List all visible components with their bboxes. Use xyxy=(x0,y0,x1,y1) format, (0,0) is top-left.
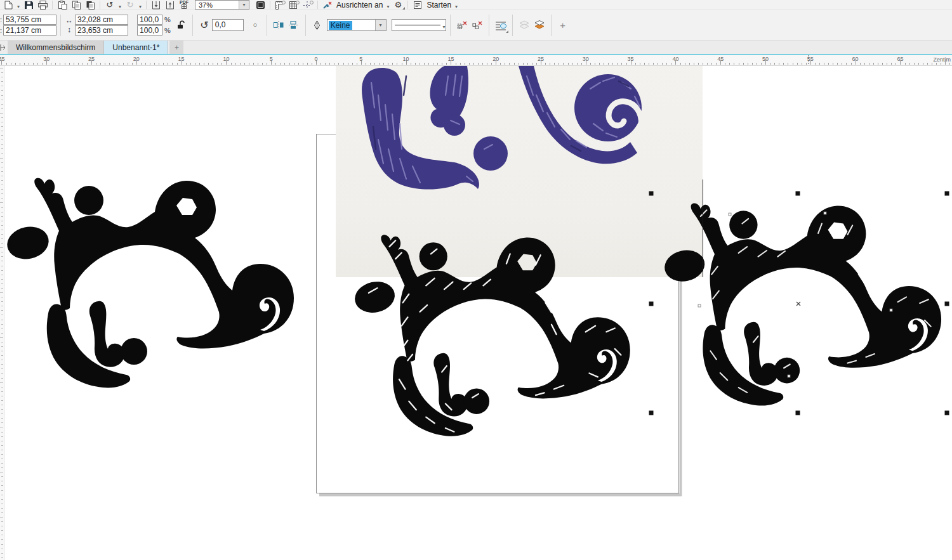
add-preset-button[interactable]: + xyxy=(555,18,571,33)
layers-back-button[interactable] xyxy=(517,18,532,33)
ruler-minor-tick xyxy=(132,63,133,65)
save-button[interactable] xyxy=(22,0,36,10)
redo-button[interactable]: ↻ xyxy=(123,0,137,10)
rotation-center-button[interactable]: ○ xyxy=(248,18,263,33)
vertical-ruler-sliver[interactable] xyxy=(0,66,4,560)
rotation-angle-field[interactable]: 0,0 xyxy=(212,19,244,31)
application-window: ▾ ↺ ▾ ↻ ▾ PDF xyxy=(0,0,952,560)
show-guidelines-button[interactable] xyxy=(301,0,315,10)
scale-v-field[interactable]: 100,0 xyxy=(137,25,162,36)
handle-bottom-left[interactable] xyxy=(649,411,654,415)
ruler-minor-tick xyxy=(936,63,937,65)
outline-width-combo[interactable]: Keine ▾ xyxy=(327,19,387,31)
ruler-minor-tick xyxy=(29,63,29,65)
ruler-minor-tick xyxy=(828,63,829,65)
mirror-horizontal-button[interactable] xyxy=(271,18,286,33)
drawing-canvas[interactable] xyxy=(0,66,952,560)
remove-perspective-button[interactable] xyxy=(470,18,485,33)
ruler-minor-tick xyxy=(846,63,847,65)
ruler-minor-tick xyxy=(770,63,770,65)
object-height-field[interactable]: 23,653 cm xyxy=(75,25,128,36)
fullscreen-preview-button[interactable] xyxy=(253,0,267,10)
tab-welcome-screen[interactable]: Willkommensbildschirm xyxy=(8,41,104,54)
tab-document-unbenannt-1[interactable]: Unbenannt-1* xyxy=(104,41,168,54)
tab-scroll-pin-icon[interactable] xyxy=(0,41,8,54)
vruler-tick xyxy=(1,234,3,235)
layers-front-button[interactable] xyxy=(532,18,547,33)
ruler-minor-tick xyxy=(918,63,919,65)
import-button[interactable] xyxy=(149,0,163,10)
ruler-minor-tick xyxy=(96,63,96,65)
ruler-minor-tick xyxy=(716,63,717,65)
handle-bottom-center[interactable] xyxy=(796,411,800,415)
line-style-combo[interactable]: ▾ xyxy=(392,19,446,31)
redo-dropdown[interactable]: ▾ xyxy=(137,4,143,10)
new-document-button[interactable] xyxy=(1,0,15,10)
ruler-minor-tick xyxy=(258,63,258,65)
handle-top-right[interactable] xyxy=(945,192,949,196)
mirror-vertical-icon xyxy=(288,20,300,30)
copy-button[interactable] xyxy=(69,0,83,10)
duplicate-button[interactable] xyxy=(83,0,97,10)
launch-button[interactable] xyxy=(411,0,425,10)
export-button[interactable] xyxy=(163,0,177,10)
vruler-tick xyxy=(1,140,3,140)
print-button[interactable] xyxy=(36,0,50,10)
handle-top-left[interactable] xyxy=(649,192,654,196)
zoom-dropdown-button[interactable]: ▾ xyxy=(239,1,249,9)
ruler-minor-tick xyxy=(725,63,725,65)
undo-dropdown[interactable]: ▾ xyxy=(117,4,123,10)
zoom-level-combo[interactable]: 37% ▾ xyxy=(195,0,249,10)
undo-icon: ↺ xyxy=(107,1,114,9)
snap-to-button[interactable] xyxy=(321,0,334,10)
new-document-dropdown[interactable]: ▾ xyxy=(15,4,22,10)
ruler-minor-tick xyxy=(199,63,200,65)
launch-dropdown[interactable]: ▾ xyxy=(453,4,459,10)
ruler-minor-tick xyxy=(24,63,25,65)
vruler-tick xyxy=(1,162,3,163)
handle-middle-left[interactable] xyxy=(649,302,654,306)
ruler-label: 35 xyxy=(628,56,634,62)
outline-width-dropdown[interactable]: ▾ xyxy=(375,20,386,30)
snap-to-dropdown[interactable]: ▾ xyxy=(385,4,391,10)
vruler-tick xyxy=(1,373,3,374)
options-button[interactable]: ⚙ xyxy=(391,0,405,10)
handle-bottom-right[interactable] xyxy=(945,411,949,415)
ruler-minor-tick xyxy=(685,63,685,65)
horizontal-ruler[interactable]: Zentim 353025201510505101520253035404550… xyxy=(0,55,952,66)
ruler-minor-tick xyxy=(595,63,595,65)
snap-to-label[interactable]: Ausrichten an xyxy=(334,1,385,10)
handle-top-center[interactable] xyxy=(796,192,800,196)
vruler-tick xyxy=(1,463,3,464)
ruler-minor-tick xyxy=(581,63,582,65)
vruler-tick xyxy=(1,333,3,334)
line-style-dropdown[interactable]: ▾ xyxy=(443,20,446,31)
vruler-tick xyxy=(1,490,3,491)
ruler-minor-tick xyxy=(842,63,842,65)
object-width-field[interactable]: 32,028 cm xyxy=(75,15,128,25)
ruler-minor-tick xyxy=(774,63,775,65)
ruler-label: 30 xyxy=(583,56,589,62)
ornament-left[interactable] xyxy=(4,178,294,388)
mirror-vertical-button[interactable] xyxy=(286,18,301,33)
undo-button[interactable]: ↺ xyxy=(103,0,117,10)
ornament-right-selected[interactable] xyxy=(662,203,942,405)
show-grid-button[interactable] xyxy=(287,0,301,10)
remove-symmetry-button[interactable] xyxy=(454,18,470,33)
new-tab-button[interactable]: + xyxy=(169,41,183,54)
selection-center-mark[interactable] xyxy=(797,302,800,306)
vruler-tick xyxy=(1,405,3,405)
guidelines-icon xyxy=(303,1,314,10)
paste-button[interactable] xyxy=(55,0,69,10)
scale-h-field[interactable]: 100,0 xyxy=(137,15,162,25)
vruler-tick xyxy=(1,108,3,109)
handle-middle-right[interactable] xyxy=(945,302,949,306)
position-y-field[interactable]: 21,137 cm xyxy=(3,25,56,36)
show-rulers-button[interactable] xyxy=(273,0,287,10)
vruler-tick xyxy=(1,144,3,145)
publish-pdf-button[interactable]: PDF xyxy=(177,0,191,10)
position-x-field[interactable]: 53,755 cm xyxy=(3,15,56,25)
text-wrap-button[interactable] xyxy=(493,18,508,33)
lock-ratio-button[interactable] xyxy=(173,18,188,33)
launch-label[interactable]: Starten xyxy=(425,1,453,10)
